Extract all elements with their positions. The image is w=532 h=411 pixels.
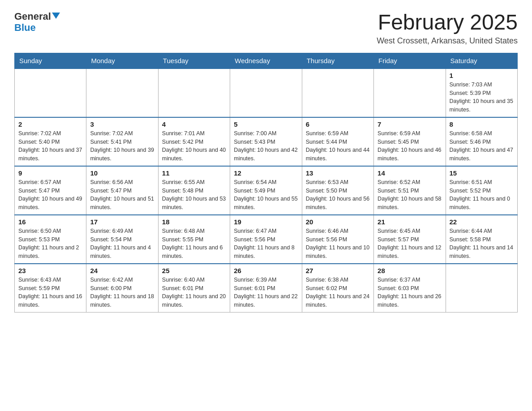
day-number: 18 (162, 218, 226, 226)
day-info: Sunrise: 6:58 AMSunset: 5:46 PMDaylight:… (450, 129, 514, 163)
day-number: 28 (378, 267, 442, 274)
calendar-cell: 22Sunrise: 6:44 AMSunset: 5:58 PMDayligh… (446, 215, 517, 264)
day-number: 15 (450, 169, 514, 177)
day-number: 11 (162, 169, 226, 177)
day-number: 24 (90, 267, 154, 274)
day-number: 1 (450, 72, 514, 79)
day-number: 26 (234, 267, 298, 274)
logo-general-label: General (14, 11, 51, 22)
day-info: Sunrise: 6:50 AMSunset: 5:53 PMDaylight:… (18, 227, 82, 261)
day-info: Sunrise: 6:42 AMSunset: 6:00 PMDaylight:… (90, 276, 154, 309)
day-of-week-header: Thursday (302, 53, 373, 68)
calendar-cell: 15Sunrise: 6:51 AMSunset: 5:52 PMDayligh… (446, 166, 517, 215)
day-info: Sunrise: 6:38 AMSunset: 6:02 PMDaylight:… (306, 276, 370, 309)
calendar-cell: 6Sunrise: 6:59 AMSunset: 5:44 PMDaylight… (302, 117, 373, 166)
day-info: Sunrise: 6:47 AMSunset: 5:56 PMDaylight:… (234, 227, 298, 261)
calendar-table: SundayMondayTuesdayWednesdayThursdayFrid… (14, 53, 518, 313)
day-of-week-header: Wednesday (230, 53, 302, 68)
month-title: February 2025 (377, 11, 518, 34)
calendar-cell: 23Sunrise: 6:43 AMSunset: 5:59 PMDayligh… (15, 264, 86, 313)
calendar-cell: 24Sunrise: 6:42 AMSunset: 6:00 PMDayligh… (86, 264, 158, 313)
day-of-week-header: Monday (86, 53, 158, 68)
calendar-cell: 11Sunrise: 6:55 AMSunset: 5:48 PMDayligh… (158, 166, 230, 215)
day-info: Sunrise: 6:51 AMSunset: 5:52 PMDaylight:… (450, 178, 514, 212)
day-info: Sunrise: 6:55 AMSunset: 5:48 PMDaylight:… (162, 178, 226, 212)
day-of-week-header: Sunday (15, 53, 86, 68)
day-number: 17 (90, 218, 154, 226)
calendar-cell: 8Sunrise: 6:58 AMSunset: 5:46 PMDaylight… (446, 117, 517, 166)
calendar-cell (374, 68, 446, 117)
day-number: 9 (18, 169, 82, 177)
calendar-cell: 17Sunrise: 6:49 AMSunset: 5:54 PMDayligh… (86, 215, 158, 264)
calendar-cell: 16Sunrise: 6:50 AMSunset: 5:53 PMDayligh… (15, 215, 86, 264)
calendar-cell: 27Sunrise: 6:38 AMSunset: 6:02 PMDayligh… (302, 264, 373, 313)
day-number: 22 (450, 218, 514, 226)
day-number: 2 (18, 120, 82, 128)
day-number: 12 (234, 169, 298, 177)
day-info: Sunrise: 6:45 AMSunset: 5:57 PMDaylight:… (378, 227, 442, 261)
day-number: 25 (162, 267, 226, 274)
logo-triangle-icon (52, 13, 60, 19)
calendar-cell: 12Sunrise: 6:54 AMSunset: 5:49 PMDayligh… (230, 166, 302, 215)
day-info: Sunrise: 7:03 AMSunset: 5:39 PMDaylight:… (450, 81, 514, 114)
day-info: Sunrise: 7:02 AMSunset: 5:40 PMDaylight:… (18, 129, 82, 163)
day-number: 16 (18, 218, 82, 226)
week-row: 1Sunrise: 7:03 AMSunset: 5:39 PMDaylight… (15, 68, 518, 117)
header-row: SundayMondayTuesdayWednesdayThursdayFrid… (15, 53, 518, 68)
day-info: Sunrise: 6:57 AMSunset: 5:47 PMDaylight:… (18, 178, 82, 212)
calendar-cell (86, 68, 158, 117)
calendar-cell: 18Sunrise: 6:48 AMSunset: 5:55 PMDayligh… (158, 215, 230, 264)
calendar-cell: 5Sunrise: 7:00 AMSunset: 5:43 PMDaylight… (230, 117, 302, 166)
day-info: Sunrise: 6:59 AMSunset: 5:45 PMDaylight:… (378, 129, 442, 163)
logo-blue-text: Blue (14, 22, 60, 33)
title-area: February 2025 West Crossett, Arkansas, U… (377, 11, 518, 46)
day-number: 14 (378, 169, 442, 177)
calendar-cell (230, 68, 302, 117)
day-number: 3 (90, 120, 154, 128)
day-info: Sunrise: 6:59 AMSunset: 5:44 PMDaylight:… (306, 129, 370, 163)
day-number: 21 (378, 218, 442, 226)
day-info: Sunrise: 6:44 AMSunset: 5:58 PMDaylight:… (450, 227, 514, 261)
calendar-cell: 4Sunrise: 7:01 AMSunset: 5:42 PMDaylight… (158, 117, 230, 166)
day-of-week-header: Saturday (446, 53, 517, 68)
day-info: Sunrise: 6:49 AMSunset: 5:54 PMDaylight:… (90, 227, 154, 261)
day-info: Sunrise: 6:37 AMSunset: 6:03 PMDaylight:… (378, 276, 442, 309)
calendar-cell: 19Sunrise: 6:47 AMSunset: 5:56 PMDayligh… (230, 215, 302, 264)
day-number: 23 (18, 267, 82, 274)
day-info: Sunrise: 6:39 AMSunset: 6:01 PMDaylight:… (234, 276, 298, 309)
day-number: 13 (306, 169, 370, 177)
calendar-cell: 1Sunrise: 7:03 AMSunset: 5:39 PMDaylight… (446, 68, 517, 117)
day-info: Sunrise: 7:01 AMSunset: 5:42 PMDaylight:… (162, 129, 226, 163)
day-number: 4 (162, 120, 226, 128)
day-info: Sunrise: 6:46 AMSunset: 5:56 PMDaylight:… (306, 227, 370, 261)
page-header: General Blue February 2025 West Crossett… (14, 11, 518, 46)
day-number: 8 (450, 120, 514, 128)
day-number: 20 (306, 218, 370, 226)
week-row: 23Sunrise: 6:43 AMSunset: 5:59 PMDayligh… (15, 264, 518, 313)
calendar-cell: 13Sunrise: 6:53 AMSunset: 5:50 PMDayligh… (302, 166, 373, 215)
day-info: Sunrise: 7:02 AMSunset: 5:41 PMDaylight:… (90, 129, 154, 163)
calendar-cell: 25Sunrise: 6:40 AMSunset: 6:01 PMDayligh… (158, 264, 230, 313)
day-info: Sunrise: 6:43 AMSunset: 5:59 PMDaylight:… (18, 276, 82, 309)
day-info: Sunrise: 6:54 AMSunset: 5:49 PMDaylight:… (234, 178, 298, 212)
day-info: Sunrise: 6:53 AMSunset: 5:50 PMDaylight:… (306, 178, 370, 212)
calendar-cell (158, 68, 230, 117)
day-of-week-header: Tuesday (158, 53, 230, 68)
logo: General Blue (14, 11, 60, 34)
day-info: Sunrise: 7:00 AMSunset: 5:43 PMDaylight:… (234, 129, 298, 163)
logo-general-text: General (14, 11, 60, 22)
calendar-cell: 26Sunrise: 6:39 AMSunset: 6:01 PMDayligh… (230, 264, 302, 313)
day-number: 27 (306, 267, 370, 274)
calendar-cell: 7Sunrise: 6:59 AMSunset: 5:45 PMDaylight… (374, 117, 446, 166)
calendar-cell: 2Sunrise: 7:02 AMSunset: 5:40 PMDaylight… (15, 117, 86, 166)
calendar-cell (446, 264, 517, 313)
day-number: 6 (306, 120, 370, 128)
calendar-cell: 14Sunrise: 6:52 AMSunset: 5:51 PMDayligh… (374, 166, 446, 215)
calendar-cell: 21Sunrise: 6:45 AMSunset: 5:57 PMDayligh… (374, 215, 446, 264)
week-row: 16Sunrise: 6:50 AMSunset: 5:53 PMDayligh… (15, 215, 518, 264)
day-info: Sunrise: 6:56 AMSunset: 5:47 PMDaylight:… (90, 178, 154, 212)
week-row: 2Sunrise: 7:02 AMSunset: 5:40 PMDaylight… (15, 117, 518, 166)
day-number: 7 (378, 120, 442, 128)
week-row: 9Sunrise: 6:57 AMSunset: 5:47 PMDaylight… (15, 166, 518, 215)
day-number: 5 (234, 120, 298, 128)
